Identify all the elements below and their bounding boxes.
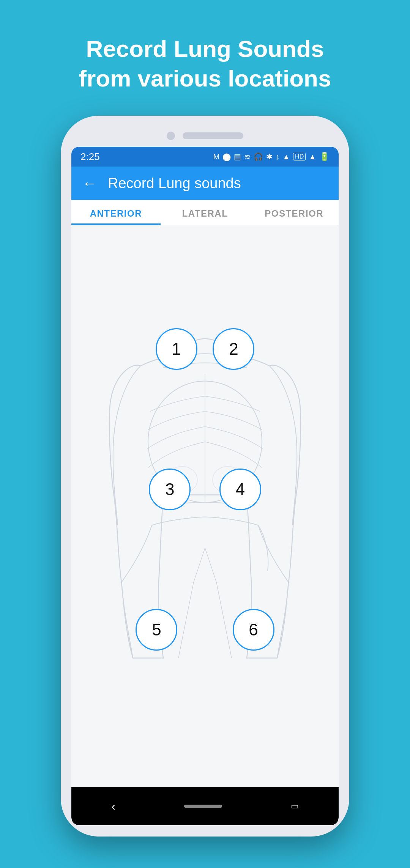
body-diagram-area: 1 2 3 4 5 6 [71,225,339,787]
hd-badge: HD [293,153,306,160]
lung-point-1[interactable]: 1 [156,328,197,370]
headphones-icon: 🎧 [254,153,263,160]
speaker-bar [183,132,243,139]
lung-point-3[interactable]: 3 [149,469,191,510]
lung-point-4[interactable]: 4 [219,469,261,510]
nav-back-button[interactable]: ‹ [100,796,127,817]
lung-point-2[interactable]: 2 [213,328,254,370]
lung-point-3-label: 3 [165,480,174,499]
phone-shell: 2:25 M ⬤ ▤ ≋ 🎧 ✱ ↕ ▲ HD ▲ 🔋 ← Record Lun… [61,116,349,837]
status-bar: 2:25 M ⬤ ▤ ≋ 🎧 ✱ ↕ ▲ HD ▲ 🔋 [71,147,339,167]
lung-point-2-label: 2 [229,340,238,359]
gmail-icon: M [213,153,220,160]
tab-bar: ANTERIOR LATERAL POSTERIOR [71,200,339,225]
status-time: 2:25 [80,151,100,163]
status-icons: M ⬤ ▤ ≋ 🎧 ✱ ↕ ▲ HD ▲ 🔋 [213,153,330,161]
document-icon: ▤ [234,153,241,160]
nav-home-pill[interactable] [184,805,222,808]
volume-arrows-icon: ↕ [276,153,279,160]
hero-headline: Record Lung Sounds from various location… [49,34,362,93]
nav-bar: ‹ ▭ [71,787,339,825]
battery-icon: 🔋 [319,153,330,161]
lung-point-4-label: 4 [236,480,245,499]
tab-anterior[interactable]: ANTERIOR [71,200,161,225]
lung-point-5[interactable]: 5 [136,609,177,651]
nav-recents-button[interactable]: ▭ [279,797,310,815]
lung-point-6-label: 6 [249,620,258,639]
app-bar-title: Record Lung sounds [108,175,241,192]
lung-point-6[interactable]: 6 [233,609,274,651]
app-bar: ← Record Lung sounds [71,167,339,200]
torso-svg [95,225,315,787]
lung-point-5-label: 5 [152,620,161,639]
tab-lateral[interactable]: LATERAL [161,200,250,225]
torso-container: 1 2 3 4 5 6 [95,225,315,787]
tab-posterior[interactable]: POSTERIOR [249,200,339,225]
signal-bars-icon: ▲ [282,153,290,160]
signal2-icon: ▲ [309,153,316,160]
back-button[interactable]: ← [82,175,97,192]
bluetooth-icon: ✱ [266,153,273,160]
wifi-wavy-icon: ≋ [244,153,251,160]
circle-icon: ⬤ [222,153,231,160]
phone-notch [71,127,339,147]
phone-screen: 2:25 M ⬤ ▤ ≋ 🎧 ✱ ↕ ▲ HD ▲ 🔋 ← Record Lun… [71,147,339,825]
lung-point-1-label: 1 [172,340,181,359]
camera-dot [167,132,175,140]
